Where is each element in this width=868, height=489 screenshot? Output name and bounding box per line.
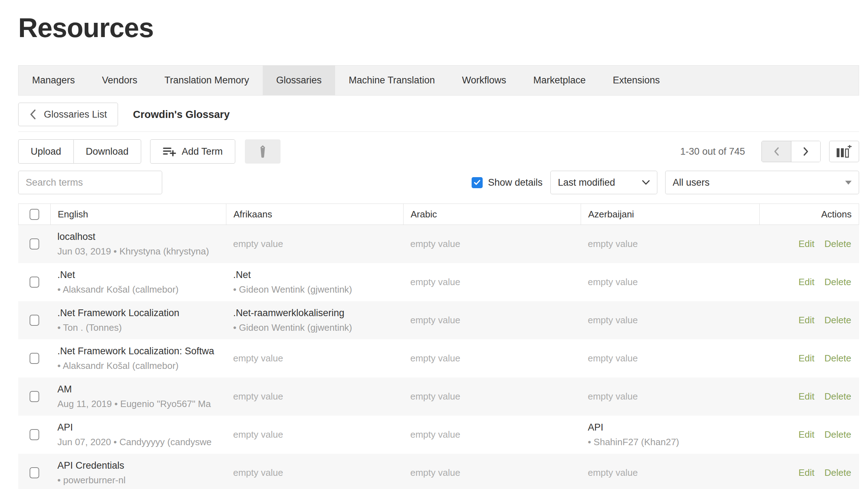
term-text: .Net (233, 269, 403, 280)
term-cell-afrikaans: .Net• Gideon Wentink (gjwentink) (226, 263, 403, 301)
chevron-down-icon (642, 180, 650, 185)
row-checkbox[interactable] (30, 391, 39, 402)
term-cell-afrikaans: empty value (226, 225, 403, 263)
empty-value-label: empty value (233, 467, 403, 478)
term-cell-english: .Net• Alaksandr Košal (callmebor) (50, 263, 226, 301)
row-select-cell (18, 225, 50, 263)
term-cell-arabic: empty value (403, 339, 581, 377)
column-header-afrikaans: Afrikaans (226, 204, 404, 225)
section-divider (18, 132, 859, 132)
delete-link[interactable]: Delete (825, 277, 851, 288)
table-row: localhostJun 03, 2019 • Khrystyna (khrys… (18, 225, 859, 263)
tab-machine-translation[interactable]: Machine Translation (335, 66, 448, 95)
edit-link[interactable]: Edit (798, 315, 815, 326)
empty-value-label: empty value (233, 238, 403, 249)
row-checkbox[interactable] (30, 315, 39, 326)
term-cell-english: APIJun 07, 2020 • Candyyyyy (candyswe (50, 416, 226, 454)
column-header-arabic: Arabic (404, 204, 581, 225)
delete-selected-button[interactable] (245, 139, 281, 164)
term-cell-english: localhostJun 03, 2019 • Khrystyna (khrys… (50, 225, 226, 263)
edit-link[interactable]: Edit (798, 353, 815, 364)
row-checkbox[interactable] (30, 429, 39, 440)
delete-link[interactable]: Delete (825, 315, 851, 326)
row-checkbox[interactable] (30, 277, 39, 288)
term-meta: • ShahinF27 (Khan27) (588, 437, 759, 448)
empty-value-label: empty value (410, 429, 581, 440)
actions-cell: EditDelete (759, 377, 859, 416)
term-cell-azerbaijani: empty value (581, 377, 759, 416)
add-term-button[interactable]: Add Term (150, 139, 235, 164)
chevron-left-icon (29, 109, 37, 120)
back-button-label: Glossaries List (44, 109, 107, 120)
row-checkbox[interactable] (30, 467, 39, 478)
table-body: localhostJun 03, 2019 • Khrystyna (khrys… (18, 225, 859, 489)
term-cell-afrikaans: .Net-raamwerklokalisering• Gideon Wentin… (226, 301, 403, 339)
download-button-label: Download (86, 146, 129, 157)
term-cell-arabic: empty value (403, 225, 581, 263)
delete-link[interactable]: Delete (825, 353, 851, 364)
pagination-cluster: 1-30 out of 745 (680, 141, 859, 162)
upload-button[interactable]: Upload (18, 139, 73, 164)
manage-columns-button[interactable] (829, 141, 859, 162)
filter-controls: Show details Last modified All users (472, 171, 859, 194)
tab-extensions[interactable]: Extensions (599, 66, 673, 95)
term-cell-azerbaijani: empty value (581, 339, 759, 377)
empty-value-label: empty value (410, 277, 581, 288)
edit-link[interactable]: Edit (798, 467, 815, 478)
prev-page-button[interactable] (762, 141, 791, 162)
table-row: AMAug 11, 2019 • Eugenio "Ryo567" Maempt… (18, 377, 859, 416)
delete-link[interactable]: Delete (825, 467, 851, 478)
term-cell-afrikaans: empty value (226, 454, 403, 489)
row-select-cell (18, 454, 50, 489)
show-details-checkbox[interactable] (472, 177, 483, 188)
tab-workflows[interactable]: Workflows (448, 66, 520, 95)
delete-link[interactable]: Delete (825, 238, 851, 249)
row-checkbox[interactable] (30, 353, 39, 364)
sort-select[interactable]: Last modified (550, 171, 657, 194)
empty-value-label: empty value (233, 429, 403, 440)
upload-button-label: Upload (31, 146, 61, 157)
table-row: API Credentials• powerburner-nlempty val… (18, 454, 859, 489)
glossaries-list-back-button[interactable]: Glossaries List (18, 103, 118, 126)
term-cell-english: AMAug 11, 2019 • Eugenio "Ryo567" Ma (50, 377, 226, 416)
term-meta: Jun 07, 2020 • Candyyyyy (candyswe (57, 437, 226, 448)
term-cell-afrikaans: empty value (226, 339, 403, 377)
term-meta: • Gideon Wentink (gjwentink) (233, 284, 403, 295)
tab-marketplace[interactable]: Marketplace (520, 66, 599, 95)
delete-link[interactable]: Delete (825, 429, 851, 440)
tab-translation-memory[interactable]: Translation Memory (151, 66, 263, 95)
term-text: API (588, 422, 759, 433)
delete-link[interactable]: Delete (825, 391, 851, 402)
tab-managers[interactable]: Managers (19, 66, 88, 95)
row-select-cell (18, 339, 50, 377)
users-filter-select[interactable]: All users (665, 171, 859, 194)
term-cell-azerbaijani: empty value (581, 263, 759, 301)
edit-link[interactable]: Edit (798, 238, 815, 249)
tab-vendors[interactable]: Vendors (88, 66, 151, 95)
empty-value-label: empty value (588, 238, 759, 249)
empty-value-label: empty value (588, 391, 759, 402)
empty-value-label: empty value (233, 391, 403, 402)
row-select-cell (18, 301, 50, 339)
term-cell-azerbaijani: empty value (581, 301, 759, 339)
list-plus-icon (163, 146, 176, 157)
sort-select-value: Last modified (558, 177, 615, 188)
term-meta: Aug 11, 2019 • Eugenio "Ryo567" Ma (57, 398, 226, 410)
filter-row: Show details Last modified All users (18, 171, 859, 194)
term-text: .Net Framework Localization (57, 308, 226, 319)
next-page-button[interactable] (791, 141, 820, 162)
row-checkbox[interactable] (30, 238, 39, 249)
actions-cell: EditDelete (759, 225, 859, 263)
edit-link[interactable]: Edit (798, 429, 815, 440)
term-cell-english: .Net Framework Localization• Ton . (Tonn… (50, 301, 226, 339)
caret-down-icon (845, 181, 852, 185)
select-all-checkbox[interactable] (30, 209, 39, 220)
download-button[interactable]: Download (73, 139, 141, 164)
search-input[interactable] (18, 171, 162, 194)
edit-link[interactable]: Edit (798, 391, 815, 402)
term-text: API (57, 422, 226, 433)
edit-link[interactable]: Edit (798, 277, 815, 288)
tab-glossaries[interactable]: Glossaries (263, 66, 335, 95)
term-cell-arabic: empty value (403, 416, 581, 454)
breadcrumb: Glossaries List Crowdin's Glossary (18, 103, 859, 126)
